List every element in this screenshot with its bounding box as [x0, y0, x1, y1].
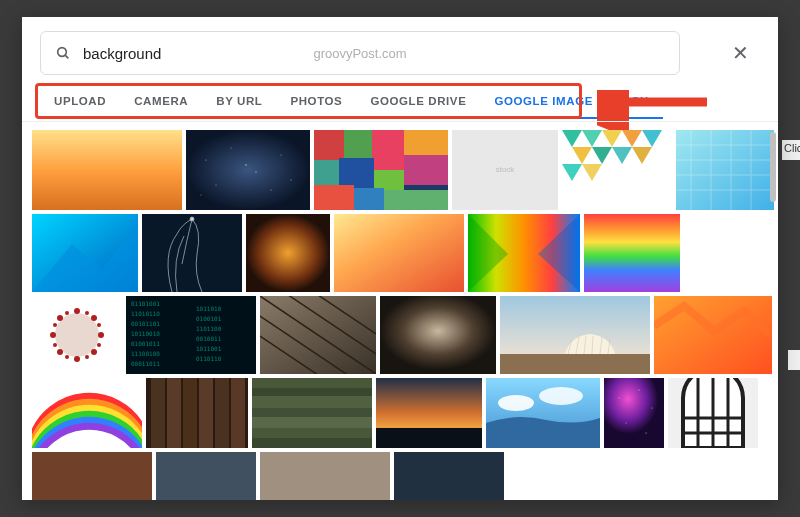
svg-point-47	[85, 311, 89, 315]
svg-rect-31	[142, 214, 242, 292]
svg-text:0010011: 0010011	[196, 335, 222, 342]
svg-point-40	[91, 315, 97, 321]
result-thumb[interactable]	[394, 452, 504, 500]
svg-point-42	[91, 349, 97, 355]
source-tabs: UPLOAD CAMERA BY URL PHOTOS GOOGLE DRIVE…	[40, 85, 760, 119]
result-thumb[interactable]	[246, 214, 330, 292]
svg-point-102	[638, 389, 639, 390]
result-thumb[interactable]	[32, 296, 122, 374]
tab-google-image-search[interactable]: GOOGLE IMAGE SEARCH	[480, 85, 663, 119]
svg-rect-84	[199, 378, 213, 448]
result-thumb[interactable]	[146, 378, 248, 448]
tab-by-url[interactable]: BY URL	[202, 85, 276, 119]
svg-rect-94	[252, 438, 372, 448]
svg-text:1011010: 1011010	[196, 305, 222, 312]
svg-text:10110010: 10110010	[131, 330, 160, 337]
svg-rect-115	[394, 452, 504, 500]
tab-google-drive[interactable]: GOOGLE DRIVE	[356, 85, 480, 119]
tab-camera[interactable]: CAMERA	[120, 85, 202, 119]
svg-point-99	[539, 387, 583, 405]
result-thumb[interactable]	[334, 214, 464, 292]
result-thumb[interactable]	[32, 452, 152, 500]
svg-rect-16	[344, 130, 372, 158]
result-thumb[interactable]	[186, 130, 310, 210]
result-thumb[interactable]	[668, 378, 758, 448]
svg-point-104	[626, 423, 627, 424]
svg-text:01001011: 01001011	[131, 340, 160, 347]
svg-rect-85	[215, 378, 229, 448]
svg-rect-25	[384, 190, 448, 210]
tabs-container: UPLOAD CAMERA BY URL PHOTOS GOOGLE DRIVE…	[22, 85, 778, 119]
svg-rect-19	[314, 160, 339, 185]
result-thumb[interactable]: 0110100111010110001011011011001001001011…	[126, 296, 256, 374]
result-thumb[interactable]	[156, 452, 256, 500]
scrollbar-thumb[interactable]	[770, 132, 776, 202]
result-thumb[interactable]	[468, 214, 580, 292]
svg-text:stock: stock	[496, 165, 516, 174]
result-thumb[interactable]	[676, 130, 774, 210]
svg-point-7	[255, 171, 256, 172]
result-thumb[interactable]	[142, 214, 242, 292]
image-results-grid: stock 0110100111010110001011011011001001…	[22, 121, 778, 500]
search-box[interactable]: groovyPost.com	[40, 31, 680, 75]
tab-photos[interactable]: PHOTOS	[276, 85, 356, 119]
search-input[interactable]	[83, 45, 665, 62]
svg-point-9	[216, 185, 217, 186]
svg-text:1011001: 1011001	[196, 345, 222, 352]
svg-rect-22	[404, 155, 448, 185]
svg-rect-93	[252, 428, 372, 438]
svg-rect-89	[252, 388, 372, 396]
svg-rect-86	[231, 378, 245, 448]
result-thumb[interactable]	[260, 296, 376, 374]
svg-rect-77	[500, 354, 650, 374]
result-row: 0110100111010110001011011011001001001011…	[32, 296, 768, 374]
result-thumb[interactable]	[32, 378, 142, 448]
svg-rect-36	[584, 214, 680, 292]
result-row	[32, 214, 768, 292]
svg-point-101	[619, 398, 620, 399]
tab-upload[interactable]: UPLOAD	[40, 85, 120, 119]
svg-point-8	[281, 155, 282, 156]
svg-text:00011011: 00011011	[131, 360, 160, 367]
svg-point-105	[645, 432, 646, 433]
svg-point-98	[498, 395, 534, 411]
svg-line-1	[65, 55, 68, 58]
svg-point-46	[57, 315, 63, 321]
svg-rect-20	[339, 158, 374, 188]
result-thumb[interactable]	[32, 130, 182, 210]
svg-text:0110110: 0110110	[196, 355, 222, 362]
result-thumb[interactable]	[376, 378, 482, 448]
svg-rect-15	[314, 130, 344, 160]
svg-point-53	[53, 323, 57, 327]
result-thumb[interactable]	[584, 214, 680, 292]
result-thumb[interactable]	[314, 130, 448, 210]
result-thumb[interactable]	[486, 378, 600, 448]
svg-point-48	[97, 323, 101, 327]
result-thumb[interactable]: stock	[452, 130, 558, 210]
result-thumb[interactable]	[252, 378, 372, 448]
result-thumb[interactable]	[500, 296, 650, 374]
svg-point-11	[245, 164, 247, 166]
result-thumb[interactable]	[562, 130, 672, 210]
close-button[interactable]: ✕	[726, 39, 754, 67]
result-thumb[interactable]	[260, 452, 390, 500]
svg-rect-91	[252, 408, 372, 417]
svg-point-103	[652, 408, 653, 409]
result-thumb[interactable]	[604, 378, 664, 448]
svg-rect-82	[167, 378, 181, 448]
svg-point-43	[74, 356, 80, 362]
obscured-bg	[788, 350, 800, 370]
svg-point-39	[74, 308, 80, 314]
result-thumb[interactable]	[654, 296, 772, 374]
svg-point-52	[53, 343, 57, 347]
svg-rect-34	[334, 214, 464, 292]
result-thumb[interactable]	[32, 214, 138, 292]
result-row: stock	[32, 130, 768, 210]
result-thumb[interactable]	[380, 296, 496, 374]
close-icon: ✕	[732, 41, 749, 65]
svg-rect-92	[252, 417, 372, 428]
search-icon	[55, 45, 71, 61]
svg-point-51	[65, 355, 69, 359]
svg-text:00101101: 00101101	[131, 320, 160, 327]
svg-point-50	[85, 355, 89, 359]
